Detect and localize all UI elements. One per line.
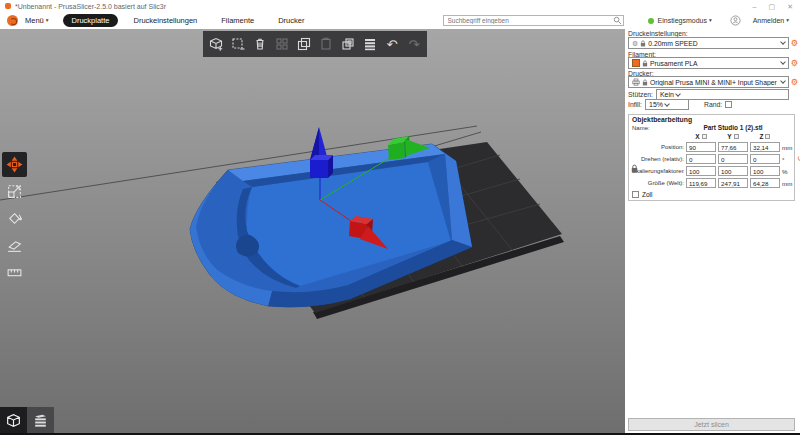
name-label: Name:	[632, 125, 684, 131]
filament-edit-button[interactable]: ⚙	[790, 58, 799, 68]
filament-value: Prusament PLA	[650, 60, 779, 67]
place-on-face-icon	[6, 237, 23, 254]
inches-label: Zoll	[642, 191, 652, 198]
printer-combo[interactable]: Original Prusa MINI & MINI+ Input Shaper	[628, 76, 789, 88]
3d-viewport[interactable]: SA MINI	[0, 29, 625, 435]
position-y-field[interactable]	[718, 142, 748, 152]
undo-button[interactable]: ↶	[382, 33, 402, 55]
settings-panel: Druckeinstellungen: ⚙ 0.20mm SPEED ⚙ Fil…	[625, 29, 800, 435]
printer-value: Original Prusa MINI & MINI+ Input Shaper	[650, 79, 779, 86]
tab-drucker[interactable]: Drucker	[269, 14, 313, 27]
place-on-face-tool-button[interactable]	[2, 233, 27, 258]
preview-view-button[interactable]	[27, 407, 54, 433]
scale-unit: %	[782, 168, 795, 175]
inches-checkbox[interactable]	[632, 191, 639, 198]
rotate-tool-button[interactable]	[2, 206, 27, 231]
chevron-down-icon: ▾	[709, 18, 712, 24]
printer-icon	[632, 78, 640, 86]
axis-z-label: Z	[760, 133, 764, 140]
gear-icon: ⚙	[632, 40, 638, 47]
supports-label: Stützen:	[628, 91, 653, 98]
instances-button[interactable]	[338, 33, 358, 55]
account-icon[interactable]	[730, 15, 741, 26]
mirror-x-button[interactable]	[702, 134, 707, 139]
paste-button	[316, 33, 336, 55]
rotate-icon	[6, 210, 23, 227]
object-name: Part Studio 1 (2).stl	[686, 124, 780, 131]
print-settings-label: Druckeinstellungen:	[628, 30, 688, 37]
scale-tool-button[interactable]	[2, 179, 27, 204]
search-icon[interactable]	[613, 16, 622, 25]
infill-row: Infill: 15% Rand:	[628, 99, 789, 110]
cut-icon	[6, 264, 23, 281]
app-icon	[5, 3, 11, 9]
delete-all-button[interactable]	[250, 33, 270, 55]
tab-filamente[interactable]: Filamente	[212, 14, 263, 27]
axis-x-label: X	[695, 133, 699, 140]
position-x-field[interactable]	[686, 142, 716, 152]
add-object-button[interactable]	[206, 33, 226, 55]
size-x-field[interactable]	[686, 178, 716, 188]
remove-object-button[interactable]	[228, 33, 248, 55]
menu-button[interactable]: Menü ▾	[25, 16, 49, 25]
infill-combo[interactable]: 15%	[645, 99, 689, 110]
scale-icon	[6, 183, 23, 200]
rotate-z-field[interactable]	[750, 154, 780, 164]
copy-button[interactable]	[294, 33, 314, 55]
gizmo-z-handle[interactable]	[310, 127, 333, 178]
mirror-y-button[interactable]	[734, 134, 739, 139]
mode-selector[interactable]: Einstiegsmodus ▾	[658, 17, 712, 24]
brim-checkbox[interactable]	[725, 101, 732, 108]
slice-now-button[interactable]: Jetzt slicen	[628, 418, 795, 431]
minimize-button[interactable]: –	[753, 3, 757, 10]
tab-druckplatte[interactable]: Druckplatte	[63, 14, 119, 27]
uniform-scale-lock-icon[interactable]	[631, 164, 638, 173]
remove-object-icon	[230, 36, 246, 52]
print-settings-edit-button[interactable]: ⚙	[790, 38, 799, 48]
menu-bar: Menü ▾ Druckplatte Druckeinstellungen Fi…	[0, 12, 800, 29]
editor-view-button[interactable]	[0, 407, 27, 433]
rotate-label: Drehen (relativ):	[632, 156, 684, 162]
scale-y-field[interactable]	[718, 166, 748, 176]
rotate-y-field[interactable]	[718, 154, 748, 164]
trash-icon	[252, 36, 268, 52]
chevron-down-icon	[664, 101, 670, 107]
scale-x-field[interactable]	[686, 166, 716, 176]
brim-label: Rand:	[704, 101, 722, 108]
chevron-down-icon	[675, 91, 681, 97]
prusaslicer-window: *Unbenannt - PrusaSlicer-2.5.0 basiert a…	[0, 0, 800, 435]
split-layers-button[interactable]	[360, 33, 380, 55]
object-manipulation-panel: Objektbearbeitung Name: Part Studio 1 (2…	[628, 114, 795, 201]
cut-tool-button[interactable]	[2, 260, 27, 285]
login-button[interactable]: Anmelden ▾	[753, 17, 789, 24]
lock-icon	[640, 40, 646, 47]
printer-edit-button[interactable]: ⚙	[790, 77, 799, 87]
close-button[interactable]: ✕	[787, 3, 793, 10]
preview-layers-icon	[32, 412, 49, 429]
search-input[interactable]	[443, 15, 624, 26]
rotate-x-field[interactable]	[686, 154, 716, 164]
move-tool-button[interactable]	[2, 152, 27, 177]
scale-z-field[interactable]	[750, 166, 780, 176]
infill-value: 15%	[649, 101, 663, 108]
size-y-field[interactable]	[718, 178, 748, 188]
view-toggle	[0, 407, 54, 433]
infill-label: Infill:	[628, 101, 642, 108]
print-settings-combo[interactable]: ⚙ 0.20mm SPEED	[628, 37, 789, 49]
3d-scene: SA MINI	[0, 29, 625, 435]
object-toolbar: ↶ ↷	[203, 31, 427, 57]
size-z-field[interactable]	[750, 178, 780, 188]
chevron-down-icon: ▾	[46, 18, 49, 24]
position-z-field[interactable]	[750, 142, 780, 152]
move-icon	[6, 156, 23, 173]
filament-color-swatch	[632, 59, 640, 67]
layers-icon	[362, 36, 378, 52]
tab-druckeinstellungen[interactable]: Druckeinstellungen	[124, 14, 206, 27]
instances-icon	[340, 36, 356, 52]
filament-combo[interactable]: Prusament PLA	[628, 57, 789, 69]
axis-y-label: Y	[727, 133, 731, 140]
mirror-z-button[interactable]	[765, 134, 770, 139]
arrange-icon	[274, 36, 290, 52]
maximize-button[interactable]: ▢	[769, 3, 776, 10]
add-object-icon	[208, 36, 224, 52]
